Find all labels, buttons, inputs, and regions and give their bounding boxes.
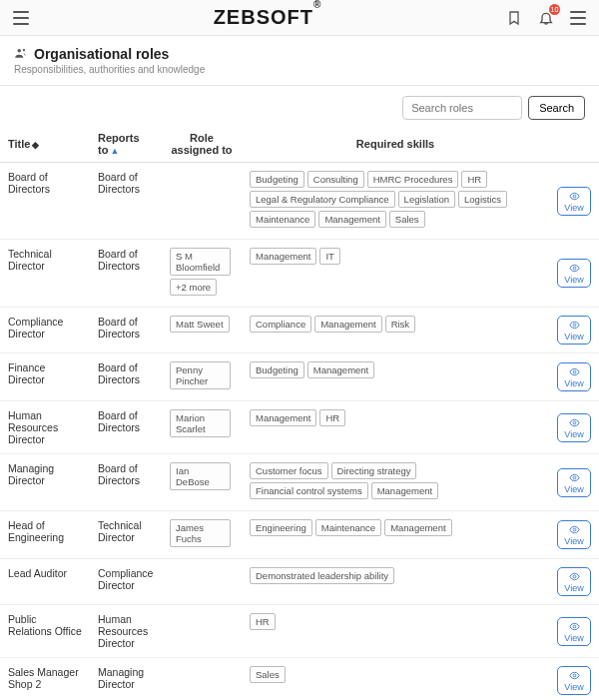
view-button[interactable]: View	[557, 468, 591, 497]
assigned-to: Marion Scarlet	[162, 401, 242, 454]
assigned-tag[interactable]: Marion Scarlet	[170, 409, 231, 437]
skill-tag[interactable]: Maintenance	[315, 519, 381, 536]
view-button[interactable]: View	[557, 520, 591, 549]
table-row: Lead AuditorCompliance DirectorDemonstra…	[0, 559, 599, 605]
skill-tag[interactable]: Compliance	[250, 316, 311, 333]
reports-to: Human Resources Director	[90, 605, 162, 658]
skill-tag[interactable]: Sales	[250, 666, 286, 683]
skill-tag[interactable]: Sales	[389, 211, 425, 228]
svg-point-4	[573, 324, 576, 327]
bell-icon[interactable]: 10	[535, 7, 557, 29]
skill-tag[interactable]: IT	[319, 248, 339, 265]
action-cell: View	[549, 658, 599, 701]
assigned-to	[162, 559, 242, 605]
assigned-to	[162, 163, 242, 240]
col-skills: Required skills	[242, 126, 549, 163]
table-row: Board of DirectorsBoard of DirectorsBudg…	[0, 163, 599, 240]
skill-tag[interactable]: Management	[314, 316, 381, 333]
skill-tag[interactable]: Customer focus	[250, 462, 328, 479]
reports-to: Board of Directors	[90, 401, 162, 454]
page-subtitle: Responsibilities, authorities and knowle…	[14, 64, 585, 75]
view-button[interactable]: View	[557, 413, 591, 442]
skill-tag[interactable]: Budgeting	[250, 361, 304, 378]
assigned-tag[interactable]: Ian DeBose	[170, 462, 231, 490]
skill-tag[interactable]: Legislation	[398, 191, 455, 208]
skill-tag[interactable]: Management	[250, 409, 316, 426]
svg-point-11	[573, 674, 576, 677]
col-reports-to[interactable]: Reports to▲	[90, 126, 162, 163]
notification-badge: 10	[549, 4, 560, 15]
svg-point-10	[573, 625, 576, 628]
skill-tag[interactable]: Demonstrated leadership ability	[250, 567, 394, 584]
view-button[interactable]: View	[557, 187, 591, 216]
view-button[interactable]: View	[557, 617, 591, 646]
view-button[interactable]: View	[557, 259, 591, 288]
skill-tag[interactable]: Logistics	[458, 191, 507, 208]
assigned-tag[interactable]: S M Bloomfield	[170, 248, 231, 276]
brand-logo: ZEBSOFT®	[214, 6, 322, 29]
action-cell: View	[549, 454, 599, 511]
table-row: Public Relations OfficeHuman Resources D…	[0, 605, 599, 658]
svg-point-2	[573, 195, 576, 198]
skill-tag[interactable]: HR	[319, 409, 345, 426]
skill-tag[interactable]: Management	[384, 519, 451, 536]
role-title: Managing Director	[0, 454, 90, 511]
assigned-tag[interactable]: +2 more	[170, 279, 217, 296]
skill-tag[interactable]: Engineering	[250, 519, 312, 536]
view-button[interactable]: View	[557, 316, 591, 345]
skill-tag[interactable]: Financial control systems	[250, 482, 368, 499]
skill-tag[interactable]: HR	[461, 171, 487, 188]
roles-table: Title◆ Reports to▲ Role assigned to Requ…	[0, 126, 599, 700]
skill-tag[interactable]: Management	[307, 361, 374, 378]
skills: EngineeringMaintenanceManagement	[242, 511, 549, 559]
assigned-tag[interactable]: James Fuchs	[170, 519, 231, 547]
svg-point-3	[573, 267, 576, 270]
view-button[interactable]: View	[557, 362, 591, 391]
menu-right-icon[interactable]	[567, 7, 589, 29]
col-assigned: Role assigned to	[162, 126, 242, 163]
page-header: Organisational roles Responsibilities, a…	[0, 36, 599, 86]
reports-to: Board of Directors	[90, 163, 162, 240]
assigned-tag[interactable]: Penny Pincher	[170, 361, 231, 389]
assigned-tag[interactable]: Matt Sweet	[170, 316, 230, 333]
action-cell: View	[549, 401, 599, 454]
role-title: Sales Manager Shop 2	[0, 658, 90, 701]
view-button[interactable]: View	[557, 567, 591, 596]
svg-point-0	[18, 49, 22, 53]
skill-tag[interactable]: Risk	[385, 316, 415, 333]
skill-tag[interactable]: Management	[250, 248, 316, 265]
svg-point-1	[23, 49, 25, 51]
skill-tag[interactable]: Management	[371, 482, 438, 499]
search-button[interactable]: Search	[528, 96, 585, 120]
skill-tag[interactable]: HR	[250, 613, 276, 630]
assigned-to: S M Bloomfield+2 more	[162, 240, 242, 308]
reports-to: Compliance Director	[90, 559, 162, 605]
col-title[interactable]: Title◆	[0, 126, 90, 163]
svg-point-9	[573, 575, 576, 578]
svg-point-7	[573, 476, 576, 479]
search-input[interactable]	[402, 96, 522, 120]
col-actions	[549, 126, 599, 163]
skill-tag[interactable]: Consulting	[307, 171, 364, 188]
role-title: Public Relations Office	[0, 605, 90, 658]
menu-left-icon[interactable]	[10, 7, 32, 29]
role-title: Technical Director	[0, 240, 90, 308]
skill-tag[interactable]: Legal & Regulatory Compliance	[250, 191, 395, 208]
role-title: Board of Directors	[0, 163, 90, 240]
search-row: Search	[0, 86, 599, 126]
table-row: Head of EngineeringTechnical DirectorJam…	[0, 511, 599, 559]
view-button[interactable]: View	[557, 666, 591, 695]
skill-tag[interactable]: Budgeting	[250, 171, 304, 188]
reports-to: Board of Directors	[90, 353, 162, 401]
bookmark-icon[interactable]	[503, 7, 525, 29]
skill-tag[interactable]: Management	[318, 211, 385, 228]
action-cell: View	[549, 240, 599, 308]
action-cell: View	[549, 308, 599, 353]
sort-icon: ◆	[32, 140, 39, 150]
brand-sup: ®	[313, 0, 321, 10]
skill-tag[interactable]: HMRC Procedures	[367, 171, 459, 188]
skill-tag[interactable]: Maintenance	[250, 211, 315, 228]
skill-tag[interactable]: Directing strategy	[331, 462, 417, 479]
brand-text: ZEBSOFT	[214, 6, 313, 28]
table-row: Finance DirectorBoard of DirectorsPenny …	[0, 353, 599, 401]
